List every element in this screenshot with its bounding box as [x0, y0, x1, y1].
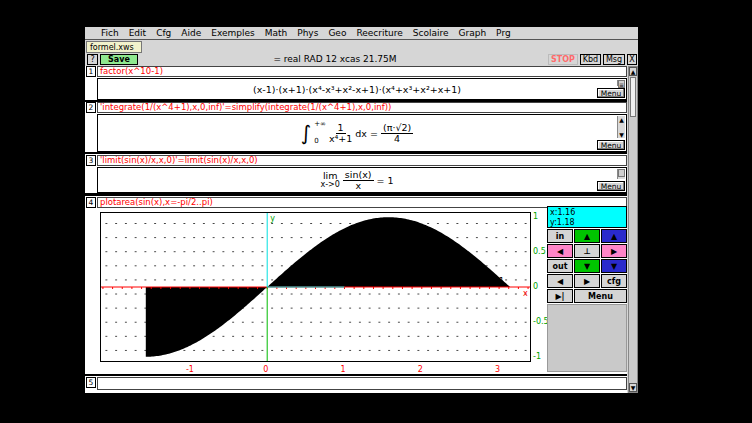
x-tick-label: 3: [495, 365, 500, 374]
xcas-window: Fich Edit Cfg Aide Exemples Math Phys Ge…: [85, 27, 638, 393]
entry-number-3[interactable]: 3: [86, 155, 96, 166]
save-button[interactable]: Save: [100, 54, 138, 65]
scroll-thumb[interactable]: [618, 169, 625, 177]
result-scrollbar-1[interactable]: ≡: [617, 80, 625, 86]
pan-down-button[interactable]: ▼: [574, 259, 600, 273]
lower-limit: 0: [314, 138, 326, 145]
right-arrow-icon: ▶: [611, 247, 617, 256]
entry-number-5[interactable]: 5: [86, 377, 96, 388]
left-arrow-icon: ◀: [557, 277, 563, 286]
up-arrow-icon: ▲: [611, 232, 617, 241]
integral-icon: ∫: [301, 123, 311, 143]
svg-text:1: 1: [499, 277, 504, 286]
entry-number-4[interactable]: 4: [86, 197, 96, 208]
menu-exemples[interactable]: Exemples: [211, 28, 254, 38]
time-back-button[interactable]: ◀: [547, 274, 573, 288]
limit-subscript: x->0: [320, 181, 339, 189]
y-tick-label: 1: [533, 212, 538, 221]
entry-separator: [85, 374, 627, 376]
x-tick-label: 2: [418, 365, 423, 374]
x-tick-label: 1: [340, 365, 345, 374]
plot-frame: yx1: [100, 212, 531, 362]
pan-left-button[interactable]: ◀: [547, 244, 573, 258]
animate-button[interactable]: ▶|: [547, 289, 573, 303]
integrand-numerator: 1: [336, 123, 346, 134]
zoom-in-button[interactable]: in: [547, 229, 573, 243]
menu-math[interactable]: Math: [265, 28, 288, 38]
limit-operator: lim x->0: [320, 171, 339, 189]
limit-fraction: sin(x) x: [343, 170, 374, 191]
orthonormalize-button[interactable]: ⊥: [574, 244, 600, 258]
scroll-up-icon[interactable]: ▲: [629, 67, 637, 76]
help-button[interactable]: ?: [87, 54, 98, 65]
status-text[interactable]: = real RAD 12 xcas 21.75M: [145, 54, 525, 64]
scroll-thumb[interactable]: [630, 77, 636, 117]
command-input-5[interactable]: [97, 377, 627, 390]
y-tick-label: -1: [533, 352, 541, 361]
pan-right-button[interactable]: ▶: [601, 244, 627, 258]
mouse-coordinates: x:1.16 y:1.18: [547, 206, 627, 228]
right-arrow-icon: ▶: [584, 277, 590, 286]
panel-scroll-track[interactable]: [547, 304, 627, 372]
cfg-button[interactable]: cfg: [601, 274, 627, 288]
y-tick-label: 0: [533, 282, 538, 291]
graph-menu-button[interactable]: Menu: [574, 289, 627, 303]
menu-aide[interactable]: Aide: [181, 28, 201, 38]
z-down-button[interactable]: ▼: [601, 259, 627, 273]
menu-edit[interactable]: Edit: [129, 28, 146, 38]
menu-geo[interactable]: Geo: [328, 28, 346, 38]
scroll-down-icon[interactable]: ▼: [629, 383, 637, 392]
dx-symbol: dx: [355, 128, 367, 139]
left-arrow-icon: ◀: [557, 247, 563, 256]
limit-numerator: sin(x): [343, 170, 374, 181]
zoom-out-button[interactable]: out: [547, 259, 573, 273]
entry-number-1[interactable]: 1: [86, 66, 96, 77]
entry-number-2[interactable]: 2: [86, 102, 96, 113]
down-arrow-icon: ▼: [611, 262, 617, 271]
menu-prg[interactable]: Prg: [496, 28, 511, 38]
limit-denominator: x: [355, 181, 361, 191]
menu-phys[interactable]: Phys: [297, 28, 318, 38]
session-scrollbar[interactable]: ▲ ▼: [628, 66, 638, 393]
upper-limit: +∞: [314, 121, 326, 128]
tab-formel[interactable]: formel.xws: [86, 41, 142, 53]
x-tick-label: -1: [186, 365, 194, 374]
close-button[interactable]: X: [627, 54, 637, 65]
scroll-down-icon[interactable]: ▼: [618, 131, 625, 138]
scroll-up-icon[interactable]: ▲: [619, 116, 624, 123]
kbd-button[interactable]: Kbd: [580, 54, 601, 65]
menu-fich[interactable]: Fich: [101, 28, 119, 38]
z-up-button[interactable]: ▲: [601, 229, 627, 243]
limit-equals: = 1: [377, 175, 394, 186]
result-scrollbar-3[interactable]: [617, 169, 625, 179]
up-arrow-icon: ▲: [584, 232, 590, 241]
menu-cfg[interactable]: Cfg: [156, 28, 171, 38]
menu-reecriture[interactable]: Reecriture: [356, 28, 402, 38]
time-forward-button[interactable]: ▶: [574, 274, 600, 288]
equals-sign: =: [370, 128, 378, 139]
result-numerator: (π·√2): [381, 123, 413, 134]
integrand-denominator: x⁴+1: [329, 134, 352, 144]
y-tick-label: 0.5: [533, 247, 546, 256]
plot-canvas[interactable]: yx1: [101, 213, 530, 361]
result-menu-button-3[interactable]: Menu: [597, 181, 625, 191]
pan-up-button[interactable]: ▲: [574, 229, 600, 243]
result-fraction: (π·√2) 4: [381, 123, 413, 144]
scroll-grip-icon[interactable]: ≡: [618, 80, 625, 88]
result-menu-button-1[interactable]: Menu: [597, 88, 625, 98]
svg-text:y: y: [270, 214, 275, 223]
result-scrollbar-2[interactable]: ▲ ▼: [617, 116, 625, 138]
msg-button[interactable]: Msg: [603, 54, 625, 65]
perpendicular-icon: ⊥: [583, 247, 590, 256]
menu-scolaire[interactable]: Scolaire: [413, 28, 449, 38]
mouse-x-value: x:1.16: [550, 208, 624, 218]
result-denominator: 4: [394, 134, 400, 144]
down-arrow-icon: ▼: [584, 262, 590, 271]
mouse-y-value: y:1.18: [550, 218, 624, 228]
integral-expression: ∫ +∞ 0 1 x⁴+1 dx = (π·√2) 4: [301, 121, 413, 145]
play-pause-icon: ▶|: [555, 292, 564, 301]
result-menu-button-2[interactable]: Menu: [597, 140, 625, 150]
menu-graph[interactable]: Graph: [459, 28, 487, 38]
svg-text:x: x: [523, 289, 528, 298]
limit-expression: lim x->0 sin(x) x = 1: [320, 170, 393, 191]
